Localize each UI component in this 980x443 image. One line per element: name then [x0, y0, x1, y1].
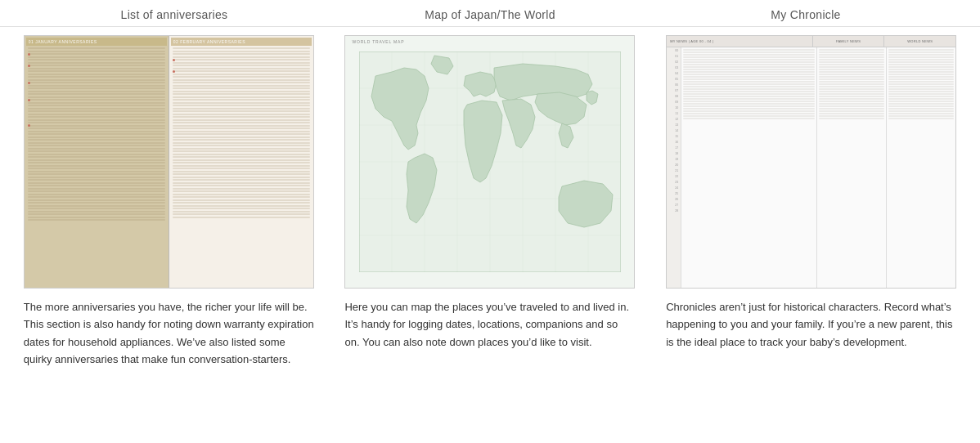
ann-line	[28, 136, 165, 138]
ann-line	[173, 211, 310, 213]
chron-num: 03	[668, 66, 680, 69]
chron-line	[888, 66, 954, 68]
chron-line	[819, 98, 884, 100]
chron-line	[683, 74, 815, 75]
chronicle-header-mid-text: FAMILY NEWS	[836, 39, 861, 43]
ann-line	[28, 108, 165, 110]
col2-description: Here you can map the places you’ve trave…	[344, 298, 635, 351]
ann-line	[28, 99, 165, 101]
ann-line	[173, 150, 310, 152]
ann-line	[173, 165, 310, 167]
world-map-svg-container	[359, 51, 621, 280]
chron-line	[888, 108, 954, 110]
ann-line	[28, 217, 165, 218]
chron-num: 17	[668, 146, 680, 150]
chron-line	[683, 83, 815, 85]
chron-line	[683, 49, 815, 51]
chron-line	[683, 78, 815, 80]
ann-line	[28, 79, 165, 81]
chronicle-preview-box: MY NEWS | AGE 00 - 04 | FAMILY NEWS WORL…	[666, 35, 956, 289]
chron-num: 28	[668, 209, 680, 213]
chron-line	[683, 96, 815, 97]
ann-line	[173, 85, 310, 87]
chron-line	[819, 56, 884, 58]
ann-line	[173, 102, 310, 104]
chron-num: 09	[668, 101, 680, 104]
chron-line	[683, 86, 815, 87]
chron-line	[683, 54, 815, 56]
ann-line	[28, 154, 165, 155]
ann-line	[28, 168, 165, 169]
ann-line	[173, 136, 310, 138]
ann-line	[28, 196, 165, 198]
ann-line	[28, 125, 165, 127]
february-header: 02 FEBRUARY ANNIVERSARIES	[171, 38, 312, 46]
ann-line	[28, 122, 165, 123]
ann-line	[28, 70, 165, 72]
ann-line	[173, 148, 310, 150]
chron-num: 21	[668, 169, 680, 172]
chron-num: 26	[668, 198, 680, 201]
ann-line	[173, 105, 310, 106]
chron-line	[888, 110, 954, 112]
chron-line	[888, 118, 954, 119]
ann-line	[28, 188, 165, 190]
chron-line	[683, 61, 815, 63]
page-container: List of anniversaries Map of Japan/The W…	[0, 0, 980, 377]
chron-line	[819, 96, 884, 97]
chron-line	[683, 76, 815, 78]
ann-line	[28, 139, 165, 141]
ann-line	[173, 154, 310, 155]
ann-line	[173, 65, 310, 66]
ann-line	[173, 133, 310, 135]
chron-num: 14	[668, 129, 680, 132]
ann-line	[173, 125, 310, 127]
ann-line	[28, 87, 165, 89]
chron-line	[819, 78, 884, 80]
ann-line	[28, 142, 165, 144]
chron-line	[819, 66, 884, 68]
chron-line	[888, 105, 954, 107]
chron-line	[888, 101, 954, 102]
chron-line	[683, 56, 815, 58]
ann-line	[173, 47, 310, 49]
ann-line	[173, 185, 310, 186]
ann-line	[173, 159, 310, 161]
chron-line	[888, 61, 954, 63]
ann-line	[173, 79, 310, 81]
chron-line	[888, 69, 954, 70]
ann-line	[28, 110, 165, 112]
col1-header-title: List of anniversaries	[27, 8, 321, 21]
chron-line	[888, 76, 954, 78]
chron-line	[819, 81, 884, 83]
chron-num: 06	[668, 83, 680, 87]
february-column: 02 FEBRUARY ANNIVERSARIES	[169, 36, 313, 288]
ann-line	[28, 119, 165, 121]
ann-line	[28, 68, 165, 69]
chron-line	[683, 118, 815, 119]
chron-num: 04	[668, 72, 680, 75]
chron-num: 23	[668, 181, 680, 184]
ann-line	[173, 139, 310, 141]
chron-num: 00	[668, 49, 680, 52]
chron-line	[683, 103, 815, 105]
chron-num: 05	[668, 78, 680, 81]
col1-description: The more anniversaries you have, the ric…	[24, 298, 314, 369]
chron-line	[819, 69, 884, 70]
chron-line	[888, 98, 954, 100]
ann-line	[173, 76, 310, 78]
chron-line	[819, 108, 884, 110]
world-map	[359, 51, 621, 272]
ann-line	[173, 91, 310, 92]
chron-line	[819, 76, 884, 78]
chron-line	[819, 74, 884, 75]
ann-line	[28, 82, 165, 83]
ann-line	[28, 128, 165, 129]
chronicle-header-left: MY NEWS | AGE 00 - 04 |	[667, 36, 813, 47]
ann-line	[28, 131, 165, 132]
chron-line	[683, 71, 815, 73]
anniversary-preview-box: 01 JANUARY ANNIVERSARIES	[24, 35, 314, 289]
chron-num: 18	[668, 152, 680, 155]
chron-num: 24	[668, 186, 680, 190]
ann-line	[28, 102, 165, 104]
